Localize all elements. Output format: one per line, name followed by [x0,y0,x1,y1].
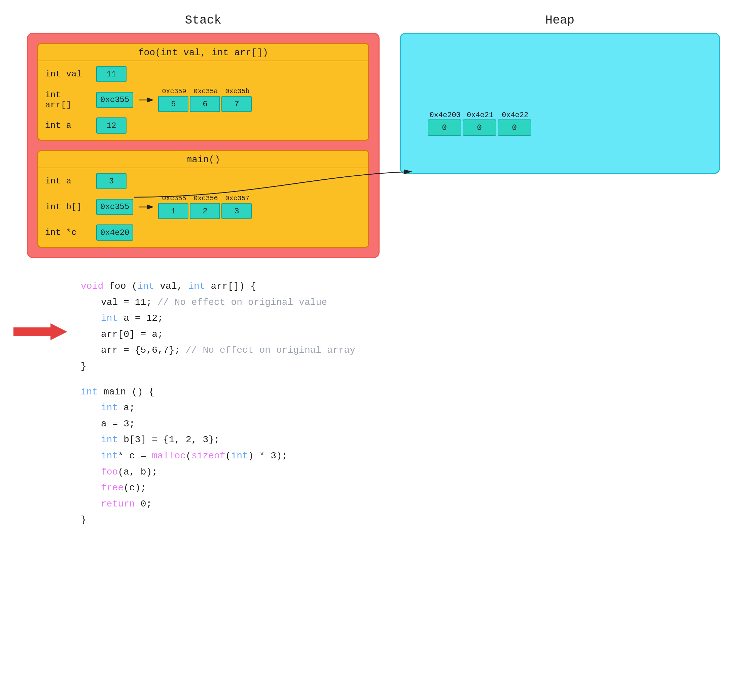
foo-arr-addresses: 0xc359 0xc35a 0xc35b [159,88,253,95]
stack-title: Stack [27,14,380,27]
code-int-a: int a = 12; [101,310,163,327]
code-line-main-b: int b[3] = {1, 2, 3}; [81,432,666,448]
main-frame-title: main() [38,151,368,168]
svg-marker-2 [14,323,67,340]
foo-frame-title: foo(int val, int arr[]) [38,44,368,61]
stack-container: Stack foo(int val, int arr[]) int val 11… [27,14,380,258]
code-line-main-int-a: int a; [81,400,666,416]
stack-box: foo(int val, int arr[]) int val 11 int a… [27,33,380,258]
code-foo-close: } [81,358,86,375]
code-main-close: } [81,512,86,528]
heap-cell-0: 0 [428,119,461,136]
foo-arr-array: 0xc359 0xc35a 0xc35b 5 6 7 [158,88,253,112]
main-b-addr-2: 0xc357 [222,195,253,202]
foo-arr-arrow-icon [137,92,154,108]
code-main-return: return 0; [101,496,152,512]
foo-val-label: int val [45,69,92,79]
main-b-cell-1: 2 [190,203,220,219]
main-c-label: int *c [45,227,92,237]
heap-title: Heap [400,14,720,27]
main-a-cell: 3 [96,173,127,189]
main-b-label: int b[] [45,202,92,212]
foo-arr-ptr-cell: 0xc355 [96,92,133,108]
code-arr-reassign: arr = {5,6,7}; // No effect on original … [101,342,355,358]
main-b-cells: 1 2 3 [158,203,253,219]
main-b-addr-0: 0xc355 [159,195,189,202]
foo-val-cell: 11 [96,66,127,82]
foo-a-row: int a 12 [45,118,361,134]
code-line-main-a-assign: a = 3; [81,416,666,432]
heap-container: Heap 0x4e200 0x4e21 0x4e22 0 0 0 [400,14,720,258]
main-b-arrow-icon [137,199,154,215]
code-main-b: int b[3] = {1, 2, 3}; [101,432,220,448]
code-line-foo-sig: void foo (int val, int arr[]) { [81,278,666,295]
heap-cells: 0 0 0 [428,119,532,136]
main-b-row: int b[] 0xc355 [45,195,361,219]
code-line-int-a: int a = 12; [81,310,666,327]
code-foo-sig: void foo (int val, int arr[]) { [81,278,256,295]
foo-frame-body: int val 11 int arr[] 0xc355 [38,66,368,134]
red-arrow-indicator [14,323,67,346]
main-b-addresses: 0xc355 0xc356 0xc357 [159,195,253,202]
code-line-main-free: free(c); [81,480,666,496]
code-main-c: int* c = malloc(sizeof(int) * 3); [101,448,288,464]
foo-a-label: int a [45,121,92,131]
foo-arr-addr-0: 0xc359 [159,88,189,95]
code-line-arr0: arr[0] = a; [81,327,666,343]
foo-arr-cells: 5 6 7 [158,96,253,112]
code-arr0: arr[0] = a; [101,327,163,343]
foo-arr-label: int arr[] [45,90,92,110]
heap-cell-1: 0 [463,119,496,136]
main-a-label: int a [45,176,92,186]
main-b-cell-2: 3 [221,203,252,219]
main-b-array: 0xc355 0xc356 0xc357 1 2 3 [158,195,253,219]
foo-val-row: int val 11 [45,66,361,82]
red-arrow-icon [14,323,67,340]
heap-addr-0: 0x4e200 [428,111,462,119]
code-line-arr-reassign: arr = {5,6,7}; // No effect on original … [81,342,666,358]
foo-arr-cell-1: 6 [190,96,220,112]
code-section: void foo (int val, int arr[]) { val = 11… [14,278,733,528]
foo-arr-row: int arr[] 0xc355 [45,88,361,112]
main-frame: main() int a 3 int b[] 0xc355 [37,150,369,248]
heap-cell-2: 0 [497,119,531,136]
code-line-main-return: return 0; [81,496,666,512]
main-b-addr-1: 0xc356 [191,195,221,202]
main-a-row: int a 3 [45,173,361,189]
heap-array-group: 0x4e200 0x4e21 0x4e22 0 0 0 [428,111,532,136]
main-frame-body: int a 3 int b[] 0xc355 [38,173,368,240]
code-main-int-a: int a; [101,400,135,416]
main-b-cell-0: 1 [158,203,188,219]
main-b-ptr-cell: 0xc355 [96,199,133,215]
foo-frame: foo(int val, int arr[]) int val 11 int a… [37,43,369,141]
code-block: void foo (int val, int arr[]) { val = 11… [81,278,666,528]
main-c-cell: 0x4e20 [96,224,133,240]
main-c-row: int *c 0x4e20 [45,224,361,240]
heap-addr-2: 0x4e22 [498,111,532,119]
code-main-sig: int main () { [81,384,154,400]
heap-box: 0x4e200 0x4e21 0x4e22 0 0 0 [400,33,720,174]
foo-arr-addr-2: 0xc35b [222,88,253,95]
heap-addresses: 0x4e200 0x4e21 0x4e22 [428,111,532,119]
foo-arr-cell-2: 7 [221,96,252,112]
code-main-free: free(c); [101,480,146,496]
code-line-val: val = 11; // No effect on original value [81,295,666,311]
code-line-main-close: } [81,512,666,528]
code-line-main-sig: int main () { [81,384,666,400]
code-val-assign: val = 11; // No effect on original value [101,295,327,311]
code-line-foo-close: } [81,358,666,375]
code-line-main-foo-call: foo(a, b); [81,464,666,480]
code-main-foo-call: foo(a, b); [101,464,157,480]
foo-arr-cell-0: 5 [158,96,188,112]
code-main-a-assign: a = 3; [101,416,135,432]
code-line-main-c: int* c = malloc(sizeof(int) * 3); [81,448,666,464]
foo-arr-addr-1: 0xc35a [191,88,221,95]
foo-a-cell: 12 [96,118,127,134]
heap-addr-1: 0x4e21 [463,111,497,119]
